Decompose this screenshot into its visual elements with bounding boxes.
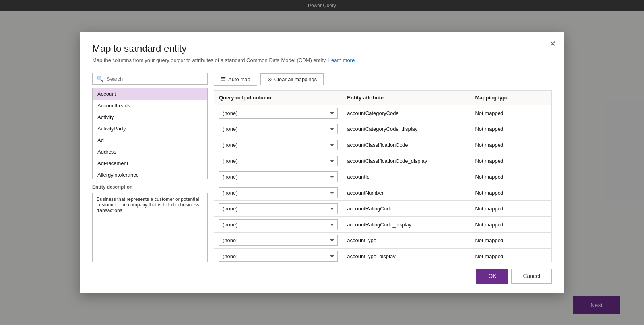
entity-attr-5: accountId <box>342 169 470 185</box>
dialog-footer: OK Cancel <box>80 262 564 293</box>
map-entity-dialog: ✕ Map to standard entity Map the columns… <box>80 32 564 293</box>
mapping-toolbar: ☰ Auto map ⊗ Clear all mappings <box>214 73 552 86</box>
entity-attr-2: accountCategoryCode_display <box>342 121 470 137</box>
search-box: 🔍 <box>92 73 208 85</box>
search-input[interactable] <box>107 76 203 82</box>
entity-attr-3: accountClassificationCode <box>342 137 470 153</box>
query-col-select-4[interactable]: (none) <box>219 156 338 166</box>
clear-all-label: Clear all mappings <box>274 76 317 82</box>
entity-attr-7: accountRatingCode <box>342 201 470 217</box>
col-mapping-type: Mapping type <box>470 91 551 105</box>
clear-icon: ⊗ <box>267 76 272 82</box>
mapping-type-6: Not mapped <box>470 185 551 201</box>
entity-item-address[interactable]: Address <box>93 146 207 158</box>
entity-attr-8: accountRatingCode_display <box>342 217 470 233</box>
dialog-body: 🔍 Account AccountLeads Activity Activity… <box>80 66 564 262</box>
entity-attr-10: accountType_display <box>342 249 470 262</box>
query-col-select-1[interactable]: (none) <box>219 108 338 119</box>
entity-attr-1: accountCategoryCode <box>342 105 470 121</box>
entity-attr-4: accountClassificationCode_display <box>342 153 470 169</box>
mapping-type-3: Not mapped <box>470 137 551 153</box>
auto-map-icon: ☰ <box>221 76 226 83</box>
query-col-select-7[interactable]: (none) <box>219 203 338 214</box>
query-col-select-9[interactable]: (none) <box>219 235 338 246</box>
entity-item-account[interactable]: Account <box>93 88 207 100</box>
query-col-select-2[interactable]: (none) <box>219 124 338 134</box>
mapping-type-9: Not mapped <box>470 233 551 249</box>
dialog-header: Map to standard entity Map the columns f… <box>80 32 564 66</box>
table-row: (none) accountNumber Not mapped <box>214 185 551 201</box>
entity-item-adplacement[interactable]: AdPlacement <box>93 158 207 169</box>
right-panel: ☰ Auto map ⊗ Clear all mappings <box>214 73 552 262</box>
dialog-close-button[interactable]: ✕ <box>547 38 558 49</box>
entity-description-box: Business that represents a customer or p… <box>92 193 208 262</box>
entity-item-allergyintolerance[interactable]: AllergyIntolerance <box>93 169 207 179</box>
entity-description-label: Entity description <box>92 184 208 190</box>
entity-item-activity[interactable]: Activity <box>93 111 207 123</box>
table-row: (none) accountClassificationCode_display… <box>214 153 551 169</box>
mapping-type-1: Not mapped <box>470 105 551 121</box>
entity-item-accountleads[interactable]: AccountLeads <box>93 100 207 111</box>
mapping-table-body: (none) accountCategoryCode Not mapped (n… <box>214 105 551 262</box>
col-entity-attribute: Entity attribute <box>342 91 470 105</box>
table-row: (none) accountRatingCode Not mapped <box>214 201 551 217</box>
entity-attr-6: accountNumber <box>342 185 470 201</box>
auto-map-label: Auto map <box>228 76 250 82</box>
table-row: (none) accountCategoryCode Not mapped <box>214 105 551 121</box>
mapping-table-container: Query output column Entity attribute Map… <box>214 90 552 262</box>
mapping-type-10: Not mapped <box>470 249 551 262</box>
ok-button[interactable]: OK <box>476 269 508 284</box>
query-col-select-8[interactable]: (none) <box>219 219 338 230</box>
entity-list: Account AccountLeads Activity ActivityPa… <box>92 88 208 179</box>
clear-all-mappings-button[interactable]: ⊗ Clear all mappings <box>260 73 324 85</box>
learn-more-link[interactable]: Learn more <box>328 57 355 63</box>
dialog-title: Map to standard entity <box>92 43 552 54</box>
entity-item-ad[interactable]: Ad <box>93 134 207 146</box>
modal-overlay: ✕ Map to standard entity Map the columns… <box>0 0 644 325</box>
mapping-type-7: Not mapped <box>470 201 551 217</box>
table-row: (none) accountId Not mapped <box>214 169 551 185</box>
cancel-button[interactable]: Cancel <box>511 269 552 284</box>
query-col-select-3[interactable]: (none) <box>219 140 338 150</box>
search-icon: 🔍 <box>97 76 103 82</box>
mapping-type-2: Not mapped <box>470 121 551 137</box>
mapping-scroll-body[interactable]: Query output column Entity attribute Map… <box>214 91 551 262</box>
mapping-type-5: Not mapped <box>470 169 551 185</box>
dialog-subtitle-text: Map the columns from your query output t… <box>92 57 327 63</box>
mapping-type-4: Not mapped <box>470 153 551 169</box>
table-row: (none) accountRatingCode_display Not map… <box>214 217 551 233</box>
auto-map-button[interactable]: ☰ Auto map <box>214 73 257 86</box>
mapping-table: Query output column Entity attribute Map… <box>214 91 551 262</box>
table-row: (none) accountCategoryCode_display Not m… <box>214 121 551 137</box>
entity-attr-9: accountType <box>342 233 470 249</box>
dialog-subtitle: Map the columns from your query output t… <box>92 57 552 63</box>
mapping-table-head: Query output column Entity attribute Map… <box>214 91 551 105</box>
left-panel: 🔍 Account AccountLeads Activity Activity… <box>92 73 208 262</box>
table-row: (none) accountType_display Not mapped <box>214 249 551 262</box>
query-col-select-5[interactable]: (none) <box>219 171 338 182</box>
query-col-select-10[interactable]: (none) <box>219 251 338 262</box>
mapping-type-8: Not mapped <box>470 217 551 233</box>
col-query-output: Query output column <box>214 91 342 105</box>
entity-item-activityparty[interactable]: ActivityParty <box>93 123 207 134</box>
table-row: (none) accountClassificationCode Not map… <box>214 137 551 153</box>
table-row: (none) accountType Not mapped <box>214 233 551 249</box>
query-col-select-6[interactable]: (none) <box>219 187 338 198</box>
